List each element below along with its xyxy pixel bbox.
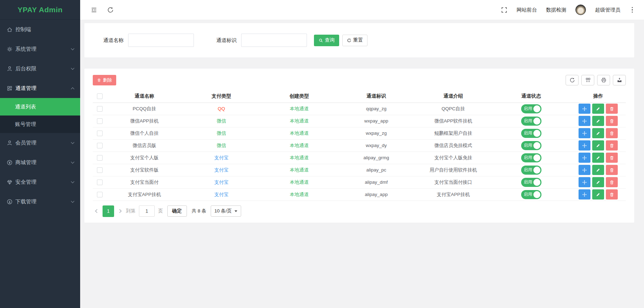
status-toggle[interactable]: 启用	[521, 117, 541, 126]
row-delete-button[interactable]	[606, 128, 618, 138]
toggle-knob	[533, 167, 540, 174]
status-toggle[interactable]: 启用	[521, 178, 541, 187]
delete-button[interactable]: 删除	[93, 75, 116, 85]
create-type-cell: 本地通道	[290, 167, 309, 173]
sidebar-subitem-account[interactable]: 账号管理	[0, 115, 80, 133]
row-checkbox[interactable]	[97, 180, 103, 185]
table-row: 微信店员版 微信 本地通道 wxpay_dy 微信店员免挂模式 启用	[93, 139, 626, 152]
edit-button[interactable]	[592, 165, 604, 175]
username[interactable]: 超级管理员	[595, 7, 621, 13]
pay-type-cell: QQ	[218, 106, 225, 111]
goto-confirm-button[interactable]: 确定	[167, 205, 187, 217]
edit-button[interactable]	[592, 104, 604, 114]
export-button[interactable]	[613, 75, 626, 85]
collapse-menu-icon[interactable]	[91, 7, 97, 13]
current-page-button[interactable]: 1	[103, 205, 114, 217]
row-actions	[570, 177, 626, 187]
move-button[interactable]	[579, 104, 590, 114]
row-delete-button[interactable]	[606, 140, 618, 150]
row-delete-button[interactable]	[606, 116, 618, 126]
edit-button[interactable]	[592, 128, 604, 138]
columns-filter-button[interactable]	[581, 75, 594, 85]
table-row: 支付宝个人版 支付宝 本地通道 alipay_grmg 支付宝个人版免挂 启用	[93, 152, 626, 164]
home-icon	[7, 27, 13, 33]
move-button[interactable]	[579, 140, 590, 150]
row-checkbox[interactable]	[97, 106, 103, 112]
move-button[interactable]	[579, 177, 590, 187]
move-icon	[582, 155, 587, 160]
page-size-select[interactable]: 10 条/页	[211, 205, 241, 217]
status-toggle[interactable]: 启用	[521, 129, 541, 138]
sidebar-item-security[interactable]: 安全管理	[0, 172, 80, 192]
data-check-link[interactable]: 数据检测	[546, 7, 566, 13]
status-toggle-label: 启用	[524, 179, 532, 185]
sidebar-item-member[interactable]: 会员管理	[0, 133, 80, 153]
sidebar-item-system[interactable]: 系统管理	[0, 39, 80, 59]
row-checkbox[interactable]	[97, 167, 103, 173]
status-toggle-label: 启用	[524, 191, 532, 197]
channel-name-cell: 支付宝APP挂机	[107, 188, 182, 201]
sidebar-item-console[interactable]: 控制端	[0, 20, 80, 39]
status-toggle[interactable]: 启用	[521, 166, 541, 175]
pencil-icon	[596, 192, 601, 197]
row-checkbox[interactable]	[97, 155, 103, 161]
edit-button[interactable]	[592, 116, 604, 126]
status-toggle[interactable]: 启用	[521, 153, 541, 162]
row-checkbox[interactable]	[97, 131, 103, 136]
trash-icon	[97, 78, 101, 82]
move-button[interactable]	[579, 165, 590, 175]
print-button[interactable]	[597, 75, 610, 85]
next-page-icon[interactable]	[118, 209, 121, 213]
channel-code-input[interactable]	[241, 34, 307, 47]
status-toggle[interactable]: 启用	[521, 190, 541, 199]
move-button[interactable]	[579, 128, 590, 138]
create-type-cell: 本地通道	[290, 180, 309, 185]
sidebar-item-channel[interactable]: 通道管理	[0, 78, 80, 98]
row-delete-button[interactable]	[606, 177, 618, 187]
refresh-icon[interactable]	[107, 7, 114, 13]
sidebar-subitem-channel-list[interactable]: 通道列表	[0, 98, 80, 115]
trash-icon	[609, 192, 614, 197]
row-delete-button[interactable]	[606, 104, 618, 114]
channel-code-cell: alipay_grmg	[338, 152, 415, 164]
move-button[interactable]	[579, 189, 590, 200]
topbar-right: 网站前台 数据检测 超级管理员	[501, 5, 635, 15]
row-delete-button[interactable]	[606, 189, 618, 200]
channel-name-input[interactable]	[128, 34, 194, 47]
move-button[interactable]	[579, 116, 590, 126]
edit-button[interactable]	[592, 189, 604, 200]
edit-button[interactable]	[592, 153, 604, 163]
pencil-icon	[596, 143, 601, 148]
select-all-checkbox[interactable]	[97, 93, 103, 99]
prev-page-icon[interactable]	[95, 209, 99, 213]
reset-button[interactable]: 重置	[342, 35, 368, 46]
edit-button[interactable]	[592, 177, 604, 187]
fullscreen-icon[interactable]	[501, 7, 507, 13]
topbar-left	[91, 7, 114, 13]
row-checkbox[interactable]	[97, 143, 103, 148]
move-icon	[582, 119, 587, 124]
toggle-knob	[533, 154, 540, 161]
row-checkbox[interactable]	[97, 118, 103, 124]
move-button[interactable]	[579, 153, 590, 163]
edit-button[interactable]	[592, 140, 604, 150]
toggle-knob	[533, 130, 540, 137]
row-checkbox[interactable]	[97, 192, 103, 197]
table-row: 微信APP挂机 微信 本地通道 wxpay_app 微信APP软件挂机 启用	[93, 115, 626, 127]
table-tools	[566, 75, 626, 85]
sidebar-item-download[interactable]: 下载管理	[0, 192, 80, 211]
row-delete-button[interactable]	[606, 165, 618, 175]
avatar[interactable]	[575, 5, 586, 15]
sidebar-item-backend-auth[interactable]: 后台权限	[0, 59, 80, 78]
status-toggle[interactable]: 启用	[521, 141, 541, 150]
status-toggle[interactable]: 启用	[521, 104, 541, 113]
channel-name-cell: 微信店员版	[107, 139, 182, 152]
pencil-icon	[596, 180, 601, 185]
query-button[interactable]: 查询	[314, 35, 339, 46]
site-front-link[interactable]: 网站前台	[517, 7, 537, 13]
sidebar-item-mall[interactable]: 商城管理	[0, 153, 80, 172]
refresh-table-button[interactable]	[566, 75, 579, 85]
goto-page-input[interactable]	[139, 205, 155, 217]
row-delete-button[interactable]	[606, 153, 618, 163]
more-menu-icon[interactable]	[630, 6, 635, 14]
